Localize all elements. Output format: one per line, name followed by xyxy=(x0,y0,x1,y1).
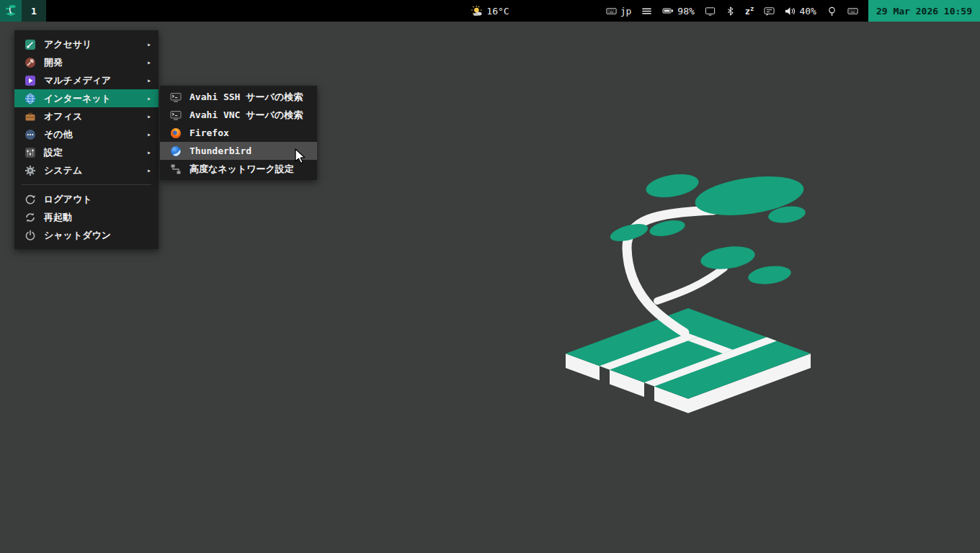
bluetooth-icon xyxy=(726,6,735,17)
development-icon xyxy=(24,57,36,68)
settings-sliders-icon xyxy=(24,147,36,158)
keyboard-layout-indicator[interactable]: jp xyxy=(606,0,632,22)
menu-category-internet[interactable]: インターネット ▸ xyxy=(14,89,159,107)
keyboard-icon xyxy=(606,6,617,17)
status-tray: jp 98% zz 40% xyxy=(606,0,858,22)
battery-indicator[interactable]: 98% xyxy=(662,0,694,22)
keyboard-layout-label: jp xyxy=(620,6,632,17)
menu-category-settings[interactable]: 設定 ▸ xyxy=(14,143,159,161)
chevron-right-icon: ▸ xyxy=(147,76,151,84)
office-briefcase-icon xyxy=(24,111,36,122)
submenu-item-avahi-vnc[interactable]: Avahi VNC サーバの検索 xyxy=(160,106,317,124)
terminal-icon xyxy=(170,109,182,121)
menu-action-label: シャットダウン xyxy=(44,229,111,242)
other-icon xyxy=(24,129,36,140)
clock[interactable]: 29 Mar 2026 10:59 xyxy=(868,0,980,22)
desktop-wallpaper-logo xyxy=(504,151,879,425)
chevron-right-icon: ▸ xyxy=(147,130,151,138)
keyboard-icon xyxy=(847,6,858,17)
chevron-right-icon: ▸ xyxy=(147,40,151,48)
chevron-right-icon: ▸ xyxy=(147,148,151,156)
tray-stack-widget[interactable] xyxy=(641,0,652,22)
menu-action-label: 再起動 xyxy=(44,211,72,224)
submenu-item-label: 高度なネットワーク設定 xyxy=(190,163,294,176)
distro-logo-icon xyxy=(4,4,18,18)
chevron-right-icon: ▸ xyxy=(147,94,151,102)
top-bar: 1 16°C jp 98% zz 40% xyxy=(0,0,980,22)
network-settings-icon xyxy=(170,163,182,175)
weather-temp: 16°C xyxy=(486,6,509,17)
battery-percent: 98% xyxy=(677,6,694,17)
volume-indicator[interactable]: 40% xyxy=(785,0,816,22)
display-widget[interactable] xyxy=(705,0,716,22)
message-icon xyxy=(764,6,775,17)
notifications-widget[interactable] xyxy=(764,0,775,22)
display-icon xyxy=(705,6,716,17)
menu-category-label: その他 xyxy=(44,128,73,141)
volume-percent: 40% xyxy=(799,6,816,17)
weather-widget[interactable]: 16°C xyxy=(471,0,509,22)
menu-category-label: 開発 xyxy=(44,56,63,69)
submenu-item-firefox[interactable]: Firefox xyxy=(160,124,317,142)
battery-icon xyxy=(662,5,674,17)
workspace-indicator[interactable]: 1 xyxy=(22,0,46,22)
submenu-item-label: Avahi VNC サーバの検索 xyxy=(190,109,303,122)
submenu-item-label: Firefox xyxy=(190,127,229,138)
menu-category-label: インターネット xyxy=(44,92,111,105)
menu-category-label: マルチメディア xyxy=(44,74,111,87)
brightness-widget[interactable] xyxy=(827,0,837,22)
bonsai-tree-logo xyxy=(504,151,879,425)
logout-icon xyxy=(24,194,36,205)
sleep-zz-icon: zz xyxy=(745,6,754,16)
chevron-right-icon: ▸ xyxy=(147,112,151,120)
chevron-right-icon: ▸ xyxy=(147,58,151,66)
menu-category-system[interactable]: システム ▸ xyxy=(14,161,159,179)
mouse-cursor xyxy=(294,148,308,168)
chevron-right-icon: ▸ xyxy=(147,166,151,174)
stack-icon xyxy=(641,6,652,17)
menu-launcher-button[interactable] xyxy=(0,0,22,22)
idle-inhibit-widget[interactable]: zz xyxy=(745,0,754,22)
menu-category-development[interactable]: 開発 ▸ xyxy=(14,53,159,71)
workspace-number: 1 xyxy=(31,6,37,17)
menu-category-label: システム xyxy=(44,164,82,177)
bulb-icon xyxy=(827,6,837,17)
speaker-icon xyxy=(785,6,796,17)
datetime-text: 29 Mar 2026 10:59 xyxy=(876,6,972,17)
menu-category-label: オフィス xyxy=(44,110,82,123)
virtual-keyboard-widget[interactable] xyxy=(847,0,858,22)
system-gear-icon xyxy=(24,165,36,176)
bluetooth-widget[interactable] xyxy=(726,0,735,22)
menu-action-restart[interactable]: 再起動 xyxy=(14,208,159,226)
firefox-icon xyxy=(170,127,182,139)
restart-icon xyxy=(24,212,36,223)
menu-category-office[interactable]: オフィス ▸ xyxy=(14,107,159,125)
menu-category-label: アクセサリ xyxy=(44,38,92,51)
menu-category-other[interactable]: その他 ▸ xyxy=(14,125,159,143)
menu-action-shutdown[interactable]: シャットダウン xyxy=(14,226,159,244)
menu-separator xyxy=(22,184,151,185)
submenu-item-label: Thunderbird xyxy=(190,145,251,156)
sun-cloud-icon xyxy=(471,5,482,17)
menu-action-logout[interactable]: ログアウト xyxy=(14,190,159,208)
terminal-icon xyxy=(170,91,182,103)
menu-category-multimedia[interactable]: マルチメディア ▸ xyxy=(14,71,159,89)
thunderbird-icon xyxy=(170,145,182,157)
internet-globe-icon xyxy=(24,93,36,104)
submenu-item-label: Avahi SSH サーバの検索 xyxy=(190,91,303,104)
accessories-icon xyxy=(24,39,36,50)
shutdown-icon xyxy=(24,230,36,241)
menu-category-label: 設定 xyxy=(44,146,63,159)
submenu-item-avahi-ssh[interactable]: Avahi SSH サーバの検索 xyxy=(160,88,317,106)
applications-menu: アクセサリ ▸ 開発 ▸ マルチメディア ▸ インターネット ▸ オフィス ▸ … xyxy=(14,30,159,249)
menu-action-label: ログアウト xyxy=(44,193,92,206)
multimedia-icon xyxy=(24,75,36,86)
menu-category-accessories[interactable]: アクセサリ ▸ xyxy=(14,35,159,53)
